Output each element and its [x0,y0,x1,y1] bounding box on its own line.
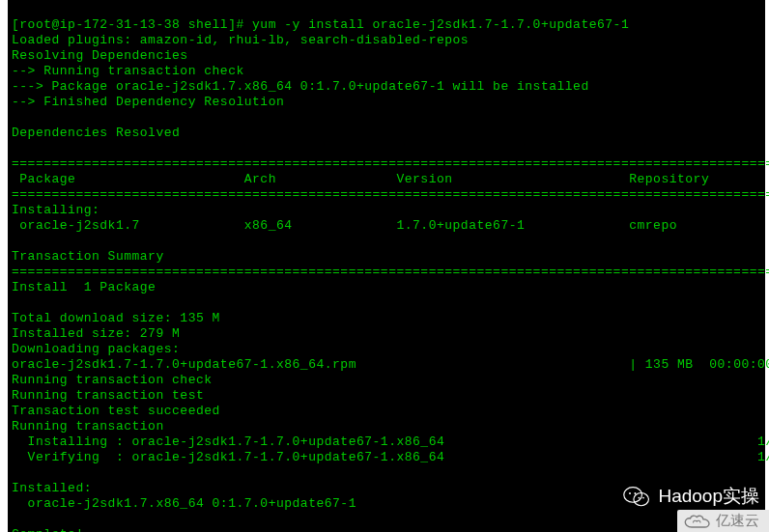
install-progress: Installing : oracle-j2sdk1.7-1.7.0+updat… [12,434,769,449]
svg-point-5 [643,497,645,499]
watermark-text: Hadoop实操 [658,484,759,509]
table-section: Installing: [12,203,100,217]
svg-point-0 [624,488,642,503]
download-progress: oracle-j2sdk1.7-1.7.0+update67-1.x86_64.… [12,357,769,372]
terminal-output: [root@ip-172-31-13-38 shell]# yum -y ins… [8,0,765,532]
shell-prompt: [root@ip-172-31-13-38 shell]# [12,17,252,32]
footer-badge: 亿速云 [677,510,769,532]
separator-line: ========================================… [12,187,769,202]
output-line: Transaction test succeeded [12,404,220,418]
output-line: Installed size: 279 M [12,326,180,341]
output-line: Running transaction [12,419,164,434]
output-line: Dependencies Resolved [12,126,180,140]
output-line: ---> Package oracle-j2sdk1.7.x86_64 0:1.… [12,79,589,94]
install-count: Install 1 Package [12,280,156,294]
output-line: --> Finished Dependency Resolution [12,95,284,109]
output-line: Running transaction check [12,373,213,387]
wechat-icon [623,485,650,508]
output-line: Running transaction test [12,388,204,403]
svg-point-3 [635,492,637,494]
svg-point-2 [629,492,631,494]
footer-text: 亿速云 [716,512,759,530]
verify-progress: Verifying : oracle-j2sdk1.7-1.7.0+update… [12,450,769,464]
output-line: Loaded plugins: amazon-id, rhui-lb, sear… [12,33,469,47]
table-header: Package Arch Version Repository Size [12,172,769,186]
summary-title: Transaction Summary [12,249,164,264]
complete-message: Complete! [12,527,84,532]
output-line: Resolving Dependencies [12,48,188,63]
shell-command: yum -y install oracle-j2sdk1.7-1.7.0+upd… [252,17,629,32]
output-line: Total download size: 135 M [12,311,220,325]
table-row: oracle-j2sdk1.7 x86_64 1.7.0+update67-1 … [12,218,769,233]
installed-label: Installed: [12,481,92,495]
cloud-icon [683,513,712,530]
installed-package: oracle-j2sdk1.7.x86_64 0:1.7.0+update67-… [12,496,356,511]
output-line: Downloading packages: [12,342,180,356]
separator-line: ========================================… [12,156,769,171]
output-line: --> Running transaction check [12,64,244,78]
watermark: Hadoop实操 [623,484,759,509]
svg-point-1 [634,493,649,506]
separator-line: ========================================… [12,265,769,279]
svg-point-4 [639,497,641,499]
